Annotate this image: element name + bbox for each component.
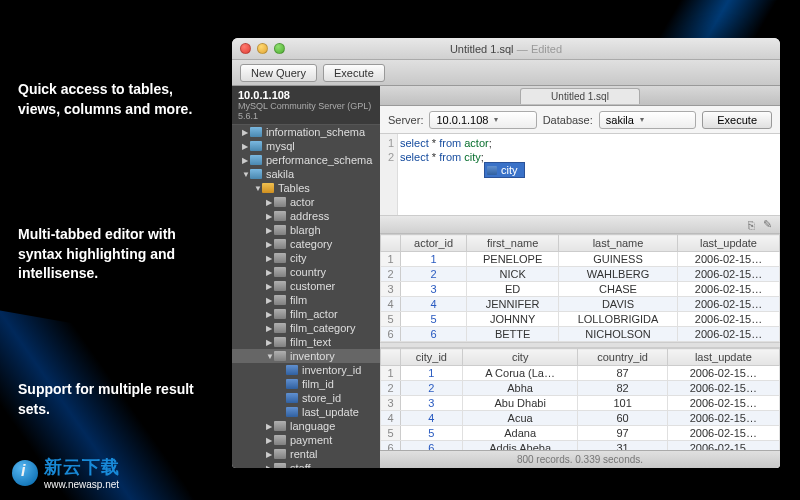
column-header[interactable]: city_id [401,349,463,366]
table-row[interactable]: 44JENNIFERDAVIS2006-02-15… [381,297,780,312]
table-node-category[interactable]: ▶category [232,237,380,251]
table-row[interactable]: 33Abu Dhabi1012006-02-15… [381,396,780,411]
result-grid-2[interactable]: city_idcitycountry_idlast_update11A Coru… [380,348,780,450]
table-node-film[interactable]: ▶film [232,293,380,307]
sidebar[interactable]: 10.0.1.108 MySQL Community Server (GPL) … [232,86,380,468]
cell[interactable]: BETTE [467,327,559,342]
cell[interactable]: JENNIFER [467,297,559,312]
cell[interactable]: JOHNNY [467,312,559,327]
cell[interactable]: Addis Abeba [462,441,578,451]
table-node-film_actor[interactable]: ▶film_actor [232,307,380,321]
table-row[interactable]: 66BETTENICHOLSON2006-02-15… [381,327,780,342]
cell[interactable]: 2006-02-15… [667,426,779,441]
table-node-payment[interactable]: ▶payment [232,433,380,447]
table-node-inventory[interactable]: ▼inventory [232,349,380,363]
table-node-language[interactable]: ▶language [232,419,380,433]
cell[interactable]: 1 [401,366,463,381]
column-header[interactable]: first_name [467,235,559,252]
cell[interactable]: 2006-02-15… [667,381,779,396]
table-row[interactable]: 22Abha822006-02-15… [381,381,780,396]
cell[interactable]: 2006-02-15… [678,267,780,282]
cell[interactable]: CHASE [559,282,678,297]
table-node-rental[interactable]: ▶rental [232,447,380,461]
cell[interactable]: 82 [578,381,667,396]
cell[interactable]: 6 [401,441,463,451]
cell[interactable]: 31 [578,441,667,451]
cell[interactable]: 2 [401,267,467,282]
cell[interactable]: ED [467,282,559,297]
db-node-sakila[interactable]: ▼sakila [232,167,380,181]
cell[interactable]: 2006-02-15… [678,327,780,342]
cell[interactable]: 5 [401,312,467,327]
table-row[interactable]: 11PENELOPEGUINESS2006-02-15… [381,252,780,267]
database-select[interactable]: sakila▾ [599,111,696,129]
cell[interactable]: 2006-02-15… [678,312,780,327]
cell[interactable]: 2006-02-15… [667,411,779,426]
cell[interactable]: PENELOPE [467,252,559,267]
column-header[interactable]: country_id [578,349,667,366]
tab-untitled[interactable]: Untitled 1.sql [520,88,640,104]
cell[interactable]: 2006-02-15… [667,441,779,451]
db-node-performance_schema[interactable]: ▶performance_schema [232,153,380,167]
column-header[interactable]: last_update [678,235,780,252]
cell[interactable]: 101 [578,396,667,411]
cell[interactable]: 5 [401,426,463,441]
table-node-address[interactable]: ▶address [232,209,380,223]
db-node-information_schema[interactable]: ▶information_schema [232,125,380,139]
table-node-customer[interactable]: ▶customer [232,279,380,293]
cell[interactable]: 2006-02-15… [678,297,780,312]
cell[interactable]: DAVIS [559,297,678,312]
cell[interactable]: LOLLOBRIGIDA [559,312,678,327]
result-grid-1[interactable]: actor_idfirst_namelast_namelast_update11… [380,234,780,342]
link-icon[interactable]: ✎ [763,218,772,231]
cell[interactable]: 4 [401,411,463,426]
new-query-button[interactable]: New Query [240,64,317,82]
cell[interactable]: 3 [401,282,467,297]
execute-query-button[interactable]: Execute [702,111,772,129]
server-select[interactable]: 10.0.1.108▾ [429,111,536,129]
table-node-blargh[interactable]: ▶blargh [232,223,380,237]
cell[interactable]: WAHLBERG [559,267,678,282]
cell[interactable]: 2006-02-15… [667,396,779,411]
table-row[interactable]: 44Acua602006-02-15… [381,411,780,426]
column-header[interactable]: last_name [559,235,678,252]
table-node-film_category[interactable]: ▶film_category [232,321,380,335]
column-node-store_id[interactable]: store_id [232,391,380,405]
cell[interactable]: 4 [401,297,467,312]
table-node-city[interactable]: ▶city [232,251,380,265]
sql-editor[interactable]: 12 select * from actor; select * from ci… [380,134,780,216]
table-row[interactable]: 22NICKWAHLBERG2006-02-15… [381,267,780,282]
table-node-country[interactable]: ▶country [232,265,380,279]
table-row[interactable]: 66Addis Abeba312006-02-15… [381,441,780,451]
table-node-staff[interactable]: ▶staff [232,461,380,468]
column-header[interactable]: last_update [667,349,779,366]
cell[interactable]: Abu Dhabi [462,396,578,411]
cell[interactable]: Acua [462,411,578,426]
cell[interactable]: 2006-02-15… [678,252,780,267]
cell[interactable]: 3 [401,396,463,411]
cell[interactable]: 6 [401,327,467,342]
table-row[interactable]: 11A Corua (La…872006-02-15… [381,366,780,381]
cell[interactable]: 1 [401,252,467,267]
server-node[interactable]: 10.0.1.108 MySQL Community Server (GPL) … [232,86,380,125]
db-node-mysql[interactable]: ▶mysql [232,139,380,153]
cell[interactable]: NICHOLSON [559,327,678,342]
cell[interactable]: A Corua (La… [462,366,578,381]
cell[interactable]: 87 [578,366,667,381]
column-node-inventory_id[interactable]: inventory_id [232,363,380,377]
table-node-actor[interactable]: ▶actor [232,195,380,209]
cell[interactable]: NICK [467,267,559,282]
table-row[interactable]: 55JOHNNYLOLLOBRIGIDA2006-02-15… [381,312,780,327]
folder-tables[interactable]: ▼Tables [232,181,380,195]
cell[interactable]: Abha [462,381,578,396]
export-icon[interactable]: ⎘ [748,219,755,231]
table-row[interactable]: 33EDCHASE2006-02-15… [381,282,780,297]
cell[interactable]: 2 [401,381,463,396]
cell[interactable]: GUINESS [559,252,678,267]
intellisense-popup[interactable]: city [484,162,525,178]
cell[interactable]: Adana [462,426,578,441]
table-node-film_text[interactable]: ▶film_text [232,335,380,349]
column-node-film_id[interactable]: film_id [232,377,380,391]
cell[interactable]: 2006-02-15… [667,366,779,381]
execute-button[interactable]: Execute [323,64,385,82]
